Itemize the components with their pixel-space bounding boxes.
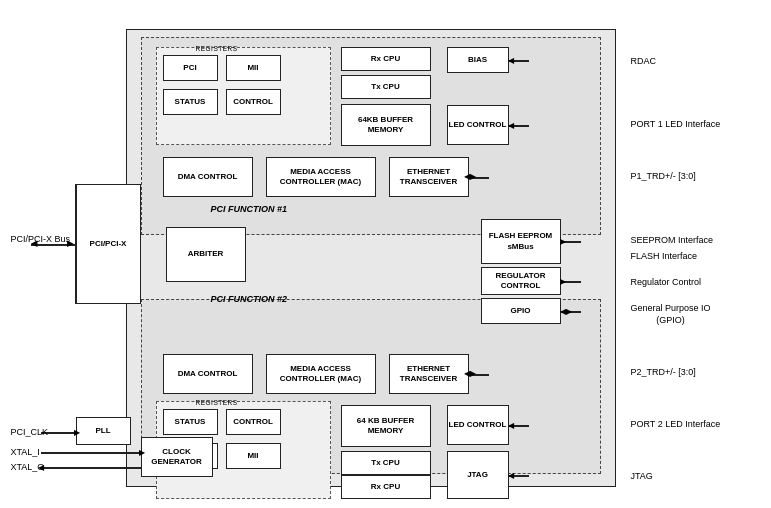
registers-1-label: REGISTERS — [196, 45, 238, 52]
dma-control-2: DMA CONTROL — [163, 354, 253, 394]
seeprom-label: SEEPROM Interface — [631, 235, 714, 246]
registers-2-label: REGISTERS — [196, 399, 238, 406]
p2-trd-label: P2_TRD+/- [3:0] — [631, 367, 696, 378]
pci-pcix: PCI/PCI-X — [76, 184, 141, 304]
block-diagram: PCI FUNCTION #1 PCI FUNCTION #2 REGISTER… — [11, 9, 761, 499]
regulator-label: Regulator Control — [631, 277, 702, 288]
status-reg-1: STATUS — [163, 89, 218, 115]
pci-reg-1: PCI — [163, 55, 218, 81]
rx-cpu-2: Rx CPU — [341, 475, 431, 499]
pll: PLL — [76, 417, 131, 445]
ethernet-1: ETHERNET TRANSCEIVER — [389, 157, 469, 197]
pci-pcix-bus-label: PCI/PCI-X Bus — [11, 234, 71, 246]
buffer-64kb-2: 64 KB BUFFER MEMORY — [341, 405, 431, 447]
port1-led-label: PORT 1 LED Interface — [631, 119, 721, 130]
status-reg-2: STATUS — [163, 409, 218, 435]
xtal-o-label: XTAL_O — [11, 462, 45, 473]
arbiter: ARBITER — [166, 227, 246, 282]
led2-arrow: ◀ — [508, 421, 514, 430]
buffer-64kb-1: 64KB BUFFER MEMORY — [341, 104, 431, 146]
xtal-i-line — [41, 452, 141, 454]
gpio-arrow: ◀▶ — [560, 307, 572, 316]
p1-trd-label: P1_TRD+/- [3:0] — [631, 171, 696, 182]
pci-clk-arrow: ▶ — [74, 428, 80, 437]
bias-arrow: ◀ — [508, 56, 514, 65]
port2-led-label: PORT 2 LED Interface — [631, 419, 721, 430]
led-control-1: LED CONTROL — [447, 105, 509, 145]
flash-eeprom: FLASH EEPROM sMBus — [481, 219, 561, 264]
clock-generator: CLOCK GENERATOR — [141, 437, 213, 477]
jtag: JTAG — [447, 451, 509, 499]
pci-function-1-label: PCI FUNCTION #1 — [211, 204, 288, 214]
gpio: GPIO — [481, 298, 561, 324]
control-reg-1: CONTROL — [226, 89, 281, 115]
led-control-2: LED CONTROL — [447, 405, 509, 445]
dma-control-1: DMA CONTROL — [163, 157, 253, 197]
tx-cpu-1: Tx CPU — [341, 75, 431, 99]
mac-1: MEDIA ACCESS CONTROLLER (MAC) — [266, 157, 376, 197]
jtag-ext-label: JTAG — [631, 471, 653, 482]
regulator-control: REGULATOR CONTROL — [481, 267, 561, 295]
xtal-i-label: XTAL_I — [11, 447, 40, 458]
pci-clk-label: PCI_CLK — [11, 427, 49, 438]
flash-arrow: ▶ — [560, 237, 566, 246]
led1-arrow: ◀ — [508, 121, 514, 130]
gpio-label: General Purpose IO(GPIO) — [631, 303, 711, 326]
rdac-label: RDAC — [631, 56, 657, 67]
tx-cpu-2: Tx CPU — [341, 451, 431, 475]
reg-arrow: ▶ — [560, 277, 566, 286]
xtal-o-line — [41, 467, 141, 469]
ethernet-2: ETHERNET TRANSCEIVER — [389, 354, 469, 394]
flash-iface-label: FLASH Interface — [631, 251, 698, 262]
bias: BIAS — [447, 47, 509, 73]
eth1-arrow: ◀▶ — [464, 172, 476, 181]
eth2-arrow: ◀▶ — [464, 369, 476, 378]
mii-reg-1: MII — [226, 55, 281, 81]
xtal-i-arrow: ▶ — [139, 448, 145, 457]
mii-reg-2: MII — [226, 443, 281, 469]
mac-2: MEDIA ACCESS CONTROLLER (MAC) — [266, 354, 376, 394]
jtag-arrow: ◀ — [508, 471, 514, 480]
rx-cpu-1: Rx CPU — [341, 47, 431, 71]
pci-function-2-label: PCI FUNCTION #2 — [211, 294, 288, 304]
control-reg-2: CONTROL — [226, 409, 281, 435]
